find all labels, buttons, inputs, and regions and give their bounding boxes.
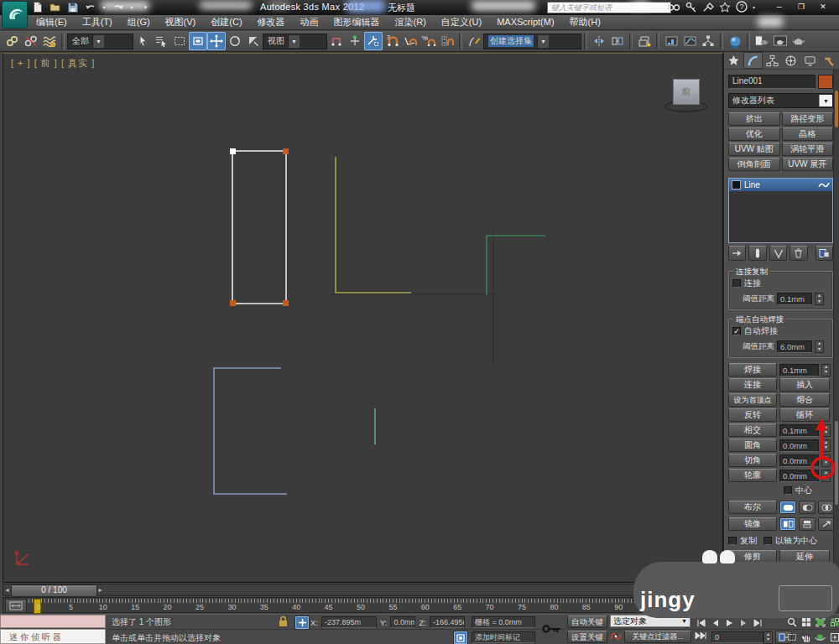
play-button[interactable] bbox=[723, 616, 736, 629]
tab-create[interactable] bbox=[724, 52, 743, 69]
menu-item[interactable]: 自定义(U) bbox=[434, 15, 489, 29]
mirror-spline-button[interactable]: 镜像 bbox=[728, 517, 777, 531]
make-unique-button[interactable] bbox=[769, 246, 787, 261]
render-production-button[interactable] bbox=[789, 32, 808, 50]
render-setup-button[interactable] bbox=[753, 32, 771, 50]
y-coordinate-field[interactable]: 0.0mm bbox=[390, 616, 415, 628]
previous-key-button[interactable] bbox=[709, 616, 722, 629]
minimize-button[interactable]: ─ bbox=[772, 1, 787, 12]
mirror-both-button[interactable] bbox=[818, 517, 835, 531]
redo-button[interactable] bbox=[111, 1, 125, 13]
open-mini-curve-editor-button[interactable] bbox=[5, 599, 27, 613]
help-button[interactable]: ? bbox=[736, 1, 748, 13]
modifier-button[interactable]: 涡轮平滑 bbox=[782, 143, 834, 156]
orbit-button[interactable] bbox=[814, 631, 826, 643]
qat-overflow-button[interactable]: ▾ bbox=[138, 1, 153, 13]
snaps-toggle-button[interactable] bbox=[364, 32, 383, 50]
menu-item[interactable]: 图形编辑器 bbox=[326, 15, 388, 29]
outline-button[interactable]: 轮廓 bbox=[728, 469, 777, 482]
vertex-first-marker[interactable] bbox=[230, 148, 236, 154]
cross-insert-value-field[interactable]: 0.1mm bbox=[779, 424, 819, 437]
favorites-button[interactable] bbox=[719, 2, 731, 13]
menu-item[interactable]: 动画 bbox=[293, 15, 326, 29]
expand-icon[interactable] bbox=[732, 180, 741, 190]
menu-item[interactable]: 渲染(R) bbox=[388, 15, 434, 29]
current-frame-field[interactable]: 0 bbox=[711, 631, 763, 643]
tab-utilities[interactable] bbox=[820, 52, 839, 69]
select-by-name-button[interactable] bbox=[152, 32, 170, 50]
cross-insert-button[interactable]: 相交 bbox=[728, 423, 777, 437]
mirror-vertical-button[interactable] bbox=[799, 517, 816, 531]
maximize-button[interactable]: ❐ bbox=[794, 1, 809, 12]
reference-coordinate-dropdown[interactable]: 视图▼ bbox=[263, 34, 327, 49]
maximize-viewport-toggle[interactable] bbox=[828, 631, 839, 643]
reverse-button[interactable]: 反转 bbox=[728, 408, 777, 422]
vertex-marker[interactable] bbox=[230, 300, 236, 306]
menu-item[interactable]: 创建(C) bbox=[203, 15, 249, 29]
modifier-button[interactable]: 路径变形 bbox=[782, 112, 834, 126]
set-key-button[interactable]: 设置关键点 bbox=[567, 631, 607, 643]
chamfer-value-field[interactable]: 0.0mm bbox=[779, 454, 819, 467]
modifier-button[interactable]: UVW 贴图 bbox=[728, 143, 780, 156]
menu-item[interactable]: 组(G) bbox=[120, 15, 158, 29]
track-bar[interactable]: 05101520253035404550556065707580859095 bbox=[3, 597, 723, 613]
curve-editor-button[interactable] bbox=[680, 32, 699, 50]
fillet-button[interactable]: 圆角 bbox=[728, 439, 777, 452]
go-to-start-button[interactable] bbox=[695, 616, 707, 629]
help-dropdown[interactable]: ▾ bbox=[753, 4, 755, 10]
spinner[interactable]: ▴▾ bbox=[821, 424, 831, 437]
schematic-view-button[interactable] bbox=[699, 32, 717, 50]
vertex-marker[interactable] bbox=[283, 300, 289, 306]
weld-threshold-field[interactable]: 6.0mm bbox=[777, 340, 812, 353]
rendered-frame-window-button[interactable] bbox=[771, 32, 789, 50]
key-filters-button[interactable]: 关键点过滤器... bbox=[624, 631, 691, 643]
outline-spinner[interactable]: ▴▾ bbox=[821, 470, 831, 482]
select-and-manipulate-button[interactable] bbox=[346, 32, 364, 50]
spline-green-corner[interactable] bbox=[487, 236, 545, 295]
fuse-button[interactable]: 熔合 bbox=[779, 393, 830, 407]
object-name-field[interactable]: Line001 bbox=[728, 75, 816, 89]
z-coordinate-field[interactable]: -166.495m bbox=[430, 616, 465, 628]
weld-button[interactable]: 焊接 bbox=[728, 363, 777, 377]
new-file-button[interactable] bbox=[30, 1, 44, 13]
mirror-horizontal-button[interactable] bbox=[779, 517, 796, 531]
x-coordinate-field[interactable]: -237.895m bbox=[321, 616, 377, 628]
show-end-result-button[interactable] bbox=[748, 246, 766, 261]
boolean-button[interactable]: 布尔 bbox=[728, 501, 777, 514]
frame-spinner[interactable]: ▴▾ bbox=[763, 631, 773, 644]
undo-dropdown[interactable]: ▾ bbox=[101, 1, 107, 13]
remove-modifier-button[interactable] bbox=[789, 246, 807, 261]
selection-filter-dropdown[interactable]: 全部▼ bbox=[67, 34, 133, 49]
boolean-subtract-button[interactable] bbox=[799, 501, 816, 514]
go-to-end-frame-button[interactable] bbox=[695, 631, 706, 640]
spinner[interactable]: ▴▾ bbox=[821, 439, 831, 452]
search-button[interactable] bbox=[667, 2, 680, 12]
undo-button[interactable] bbox=[83, 1, 97, 13]
new-key-filter-icon-button[interactable] bbox=[610, 631, 622, 641]
menu-item[interactable]: 编辑(E) bbox=[29, 15, 75, 29]
panel-scrollbar-thumb[interactable] bbox=[835, 421, 838, 505]
window-crossing-toggle[interactable] bbox=[189, 32, 207, 50]
boolean-union-button[interactable] bbox=[779, 501, 796, 514]
insert-button[interactable]: 插入 bbox=[779, 378, 830, 392]
spinner-snap-button[interactable] bbox=[438, 32, 456, 50]
weld-value-field[interactable]: 0.1mm bbox=[779, 364, 819, 377]
selection-lock-button[interactable] bbox=[278, 615, 289, 627]
selection-region-button[interactable] bbox=[170, 32, 189, 50]
auto-weld-checkbox[interactable]: ✓ bbox=[732, 327, 741, 335]
snap-3d-button[interactable]: 3 bbox=[383, 32, 401, 50]
make-first-button[interactable]: 设为首顶点 bbox=[728, 393, 777, 407]
unlink-selection-button[interactable] bbox=[22, 32, 40, 50]
add-time-tag[interactable]: 添加时间标记 bbox=[472, 631, 535, 643]
menu-item[interactable]: 工具(T) bbox=[75, 15, 120, 29]
select-and-rotate-button[interactable] bbox=[226, 32, 244, 50]
set-keys-button[interactable] bbox=[541, 615, 563, 642]
spline-yellow-L[interactable] bbox=[336, 157, 411, 293]
tab-display[interactable] bbox=[800, 52, 820, 69]
tab-modify[interactable] bbox=[743, 52, 763, 69]
open-file-button[interactable] bbox=[48, 1, 62, 13]
use-pivot-point-button[interactable] bbox=[327, 32, 346, 50]
go-to-end-button[interactable] bbox=[752, 616, 764, 629]
boolean-intersect-button[interactable] bbox=[818, 501, 835, 514]
fillet-value-field[interactable]: 0.0mm bbox=[779, 439, 819, 452]
